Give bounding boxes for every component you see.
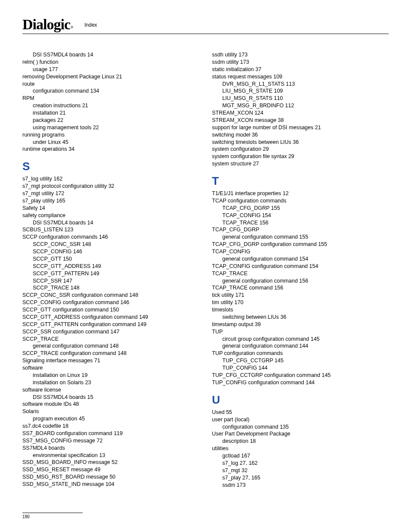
index-entry: Safety 14 xyxy=(22,205,199,212)
index-entry: switching between LIUs 36 xyxy=(212,314,389,321)
index-entry: STREAM_XCON 124 xyxy=(212,109,389,117)
index-entry: SS7_BOARD configuration command 119 xyxy=(22,430,199,437)
index-entry: runtime operations 34 xyxy=(22,146,199,153)
index-entry: s7_mgt utility 172 xyxy=(22,190,199,197)
index-entry: TUP configuration commands xyxy=(212,350,389,357)
letter-heading-u: U xyxy=(212,392,389,408)
letter-heading-t: T xyxy=(212,174,389,189)
index-entry: TUP_CONFIG configuration command 144 xyxy=(212,379,389,386)
index-entry: LIU_MSG_R_STATS 110 xyxy=(212,95,389,102)
index-entry: software license xyxy=(22,386,199,394)
index-entry: timeslots xyxy=(212,306,389,314)
index-entry: software module IDs 48 xyxy=(22,401,199,408)
index-entry: utilities xyxy=(212,445,389,452)
index-entry: tick utility 171 xyxy=(212,292,389,299)
index-entry: configuration command 135 xyxy=(212,423,389,431)
index-entry: Used 55 xyxy=(212,409,389,416)
page-number: 190 xyxy=(22,513,83,519)
index-entry: TUP xyxy=(212,328,389,336)
index-col-right: ssdh utility 173ssdm utility 173static i… xyxy=(212,51,389,488)
index-entry: DSI SS7MDL4 boards 14 xyxy=(22,219,199,227)
index-entry: user part (local) xyxy=(212,416,389,423)
index-entry: SCCP_TRACE configuration command 148 xyxy=(22,350,199,357)
index-entry: gctload 167 xyxy=(212,452,389,460)
index-entry: running programs xyxy=(22,131,199,139)
index-entry: TCAP_CONFIG 154 xyxy=(212,212,389,219)
index-entry: SCCP_SSR 147 xyxy=(22,277,199,285)
index-entry: general configuration command 156 xyxy=(212,277,389,285)
index-entry: s7_play 27, 165 xyxy=(212,474,389,482)
index-entry: TUP_CFG_CCTGRP configuration command 145 xyxy=(212,372,389,379)
group-t: T1/E1/J1 interface properties 12TCAP con… xyxy=(212,190,389,386)
index-entry: SCCP configuration commands 146 xyxy=(22,233,199,241)
index-entry: support for large number of DSI messages… xyxy=(212,124,389,131)
index-entry: SSD_MSG_RST_BOARD message 50 xyxy=(22,473,199,481)
index-entry: usage 177 xyxy=(22,66,199,73)
index-entry: environmental specification 13 xyxy=(22,452,199,459)
index-entry: TCAP_TRACE 156 xyxy=(212,219,389,227)
index-entry: general configuration command 155 xyxy=(212,233,389,241)
index-entry: SCCP_CONFIG 146 xyxy=(22,248,199,255)
index-entry: Solaris xyxy=(22,408,199,415)
index-entry: SCCP_GTT_PATTERN configuration command 1… xyxy=(22,321,199,328)
index-entry: static initialization 37 xyxy=(212,66,389,73)
index-entry: SCCP_GTT_ADDRESS 149 xyxy=(22,263,199,270)
index-entry: SCBUS_LISTEN 123 xyxy=(22,226,199,233)
index-columns: DSI SS7MDL4 boards 14relm( ) functionusa… xyxy=(22,51,389,488)
index-entry: TUP_CONFIG 144 xyxy=(212,364,389,372)
group-r-continued: DSI SS7MDL4 boards 14relm( ) functionusa… xyxy=(22,51,199,153)
index-entry: route xyxy=(22,81,199,88)
index-entry: installation on Solaris 23 xyxy=(22,379,199,386)
index-entry: SCCP_TRACE 148 xyxy=(22,284,199,292)
index-entry: tim utility 170 xyxy=(212,299,389,306)
group-s-continued: ssdh utility 173ssdm utility 173static i… xyxy=(212,51,389,168)
index-entry: TCAP_TRACE xyxy=(212,270,389,277)
index-entry: User Part Development Package xyxy=(212,430,389,438)
index-entry: packages 22 xyxy=(22,117,199,124)
index-entry: SCCP_GTT 150 xyxy=(22,255,199,263)
index-entry: MGT_MSG_R_BRDINFO 112 xyxy=(212,102,389,109)
index-entry: TCAP_CFG_DGRP xyxy=(212,226,389,233)
index-entry: circuit group configuration command 145 xyxy=(212,336,389,343)
index-entry: installation on Linux 19 xyxy=(22,372,199,379)
index-entry: program execution 45 xyxy=(22,415,199,423)
index-entry: TCAP_CFG_DGRP 155 xyxy=(212,205,389,212)
index-entry: under Linux 45 xyxy=(22,139,199,146)
index-entry: software xyxy=(22,364,199,372)
index-entry: TCAP configuration commands xyxy=(212,197,389,205)
index-entry: SCCP_GTT_PATTERN 149 xyxy=(22,270,199,277)
index-entry: LIU_MSG_R_STATE 109 xyxy=(212,87,389,95)
index-entry: DSI SS7MDL4 boards 15 xyxy=(22,394,199,401)
index-entry: DSI SS7MDL4 boards 14 xyxy=(22,51,199,59)
index-entry: SS7_MSG_CONFIG message 72 xyxy=(22,437,199,445)
index-entry: SSD_MSG_BOARD_INFO message 52 xyxy=(22,459,199,466)
index-entry: SCCP_CONFIG configuration command 146 xyxy=(22,299,199,306)
index-entry: SSD_MSG_RESET message 49 xyxy=(22,466,199,473)
index-entry: s7_play utility 165 xyxy=(22,197,199,205)
index-entry: STREAM_XCON message 38 xyxy=(212,117,389,124)
index-entry: RPM xyxy=(22,95,199,102)
index-entry: general configuration command 144 xyxy=(212,342,389,350)
index-entry: SCCP_GTT_ADDRESS configuration command 1… xyxy=(22,314,199,321)
index-entry: timestamp output 39 xyxy=(212,321,389,328)
index-entry: description 18 xyxy=(212,438,389,445)
index-entry: configuration command 134 xyxy=(22,87,199,95)
index-entry: ssdm 173 xyxy=(212,482,389,489)
index-entry: system structure 27 xyxy=(212,160,389,168)
index-entry: s7_mgt 32 xyxy=(212,467,389,474)
index-entry: general configuration command 148 xyxy=(22,342,199,350)
group-s: s7_log utility 162s7_mgt protocol config… xyxy=(22,175,199,488)
index-col-left: DSI SS7MDL4 boards 14relm( ) functionusa… xyxy=(22,51,199,488)
index-entry: system configuration file syntax 29 xyxy=(212,153,389,160)
index-entry: using management tools 22 xyxy=(22,124,199,131)
index-entry: creation instructions 21 xyxy=(22,102,199,109)
index-entry: system configuration 29 xyxy=(212,146,389,153)
letter-heading-s: S xyxy=(22,159,199,174)
index-entry: SCCP_CONC_SSR configuration command 148 xyxy=(22,292,199,299)
index-entry: SCCP_TRACE xyxy=(22,336,199,343)
index-entry: switching model 36 xyxy=(212,131,389,139)
index-entry: safety compliance xyxy=(22,212,199,219)
index-entry: TUP_CFG_CCTGRP 145 xyxy=(212,357,389,364)
index-entry: ssdh utility 173 xyxy=(212,51,389,59)
logo-registered: ® xyxy=(71,25,73,29)
